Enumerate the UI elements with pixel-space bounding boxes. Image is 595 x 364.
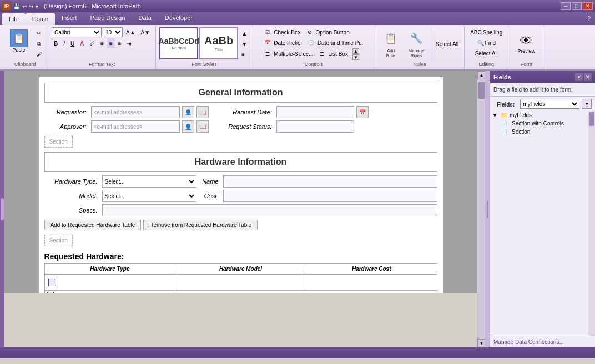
- copy-button[interactable]: ⧉: [33, 39, 44, 49]
- preview-button[interactable]: 👁 Preview: [512, 28, 541, 60]
- spelling-button[interactable]: ABC Spelling: [468, 27, 505, 37]
- style-normal[interactable]: AaBbCcDd Normal: [159, 27, 198, 59]
- underline-button[interactable]: U: [68, 38, 77, 48]
- col-hardware-cost: Hardware Cost: [306, 264, 437, 274]
- requestor-input[interactable]: <e-mail addresses>: [91, 106, 180, 118]
- table-header: Hardware Type Hardware Model Hardware Co…: [44, 263, 437, 275]
- paste-button[interactable]: 📋 Paste: [6, 28, 32, 54]
- datetime-control[interactable]: 🕐 Date and Time Pi...: [306, 38, 366, 48]
- editing-select-all-button[interactable]: Select All: [473, 48, 500, 58]
- style-normal-preview: AaBbCcDd: [159, 37, 199, 46]
- maximize-btn[interactable]: □: [572, 2, 582, 10]
- minimize-btn[interactable]: ─: [561, 2, 571, 10]
- decrease-font-btn[interactable]: A▼: [139, 27, 153, 37]
- tree-item-myfields[interactable]: ▼ 📁 myFields: [490, 111, 595, 119]
- qa-undo[interactable]: ↩: [22, 3, 27, 9]
- approver-label: Approver:: [44, 123, 89, 130]
- tab-insert[interactable]: Insert: [55, 12, 84, 25]
- tab-page-design[interactable]: Page Design: [84, 12, 132, 25]
- form-canvas[interactable]: General Information Requestor: <e-mail a…: [4, 71, 477, 293]
- main-area: General Information Requestor: <e-mail a…: [0, 71, 595, 347]
- tab-home[interactable]: Home: [26, 13, 55, 25]
- tree-item-section-controls[interactable]: 📄 Section with Controls: [490, 119, 595, 128]
- requestor-people-btn[interactable]: 👤: [182, 106, 194, 118]
- font-family-select[interactable]: Calibri: [52, 27, 102, 37]
- manage-data-connections-link[interactable]: Manage Data Connections...: [493, 339, 564, 345]
- add-rule-button[interactable]: 📋 AddRule: [379, 28, 403, 60]
- form-scroll-down[interactable]: ▼: [477, 339, 486, 347]
- add-hardware-button[interactable]: Add to Requested Hardware Table: [44, 220, 142, 230]
- bold-button[interactable]: B: [52, 38, 60, 48]
- style-scroll-up[interactable]: ▲: [239, 28, 249, 38]
- align-center-btn[interactable]: ≡: [107, 38, 115, 48]
- fields-panel-close[interactable]: ✕: [584, 73, 592, 81]
- folder-icon-myfields: 📁: [501, 112, 507, 118]
- format-text-group: Calibri 10 A▲ A▼ B I U A 🖊 ≡ ≡ ≡: [48, 26, 156, 69]
- style-more[interactable]: ≡: [239, 49, 249, 59]
- close-btn[interactable]: ✕: [583, 2, 593, 10]
- request-status-label: Request Status:: [224, 123, 274, 130]
- tree-item-section[interactable]: 📄 Section: [490, 128, 595, 136]
- controls-scroll-up[interactable]: ▲: [352, 48, 359, 54]
- select-all-button[interactable]: Select All: [433, 39, 461, 49]
- tab-developer[interactable]: Developer: [158, 12, 199, 25]
- find-button[interactable]: 🔍 Find: [475, 38, 498, 48]
- highlight-btn[interactable]: 🖊: [87, 38, 97, 48]
- hardware-type-label: Hardware Type:: [44, 178, 100, 185]
- requestor-book-btn[interactable]: 📖: [196, 106, 209, 118]
- increase-font-btn[interactable]: A▲: [124, 27, 138, 37]
- window-title: (Design) Form6 - Microsoft InfoPath: [44, 3, 141, 9]
- multiselect-control[interactable]: ☰ Multiple-Selec...: [262, 49, 314, 59]
- expand-myfields: ▼: [492, 113, 497, 118]
- request-date-input[interactable]: [276, 106, 354, 118]
- align-right-btn[interactable]: ≡: [116, 38, 124, 48]
- remove-hardware-button[interactable]: Remove from Requested Hardware Table: [143, 220, 258, 230]
- qa-save[interactable]: 💾: [13, 3, 20, 9]
- spelling-label: Spelling: [483, 29, 503, 36]
- form-scroll-track[interactable]: [477, 79, 485, 339]
- approver-placeholder: <e-mail addresses>: [94, 124, 143, 130]
- checkbox-control[interactable]: ☑ Check Box: [262, 27, 301, 37]
- listbox-control[interactable]: ☰ List Box: [316, 49, 349, 59]
- manage-rules-button[interactable]: 🔧 ManageRules: [404, 28, 428, 60]
- hardware-type-select[interactable]: Select...: [102, 175, 196, 188]
- option-button-control[interactable]: ⊙ Option Button: [304, 27, 351, 37]
- request-status-input[interactable]: [276, 120, 354, 133]
- datepicker-control[interactable]: 📅 Date Picker: [262, 38, 304, 48]
- ribbon: File Home Insert Page Design Data Develo…: [0, 12, 595, 71]
- approver-book-btn[interactable]: 📖: [196, 120, 209, 133]
- fields-dropdown[interactable]: myFields: [520, 99, 579, 109]
- style-scroll-down[interactable]: ▼: [239, 39, 249, 49]
- format-painter-button[interactable]: 🖌: [33, 49, 44, 59]
- form-scroll-up[interactable]: ▲: [477, 71, 486, 79]
- qa-redo[interactable]: ↪: [29, 3, 33, 9]
- fields-dropdown-arrow[interactable]: ▾: [582, 99, 592, 109]
- table-row: [44, 275, 437, 291]
- ribbon-help[interactable]: ?: [587, 16, 591, 22]
- style-title[interactable]: AaBb Title: [199, 27, 238, 59]
- approver-input[interactable]: <e-mail addresses>: [91, 120, 180, 133]
- preview-label: Preview: [517, 48, 535, 54]
- tab-file[interactable]: File: [2, 13, 26, 25]
- model-select[interactable]: Select...: [102, 190, 196, 202]
- font-row-2: B I U A 🖊 ≡ ≡ ≡ ⇥: [52, 38, 133, 48]
- specs-input[interactable]: [102, 204, 437, 216]
- indent-btn[interactable]: ⇥: [124, 38, 133, 48]
- controls-scroll-down[interactable]: ▼: [352, 54, 359, 60]
- listbox-label: List Box: [328, 51, 348, 57]
- cost-input[interactable]: [223, 190, 437, 202]
- panel-resize-handle[interactable]: [485, 71, 490, 347]
- italic-button[interactable]: I: [61, 38, 67, 48]
- tab-data[interactable]: Data: [132, 12, 158, 25]
- date-picker-btn[interactable]: 📅: [356, 106, 369, 118]
- cut-button[interactable]: ✂: [33, 28, 44, 38]
- font-color-btn[interactable]: A: [78, 38, 86, 48]
- fields-panel-menu[interactable]: ▾: [575, 73, 583, 81]
- approver-people-btn[interactable]: 👤: [182, 120, 194, 133]
- row-checkbox[interactable]: [48, 279, 56, 286]
- name-input[interactable]: [223, 175, 437, 188]
- section-icon: 📄: [501, 129, 507, 135]
- align-left-btn[interactable]: ≡: [98, 38, 106, 48]
- font-size-select[interactable]: 10: [103, 27, 123, 37]
- model-label: Model:: [44, 193, 100, 199]
